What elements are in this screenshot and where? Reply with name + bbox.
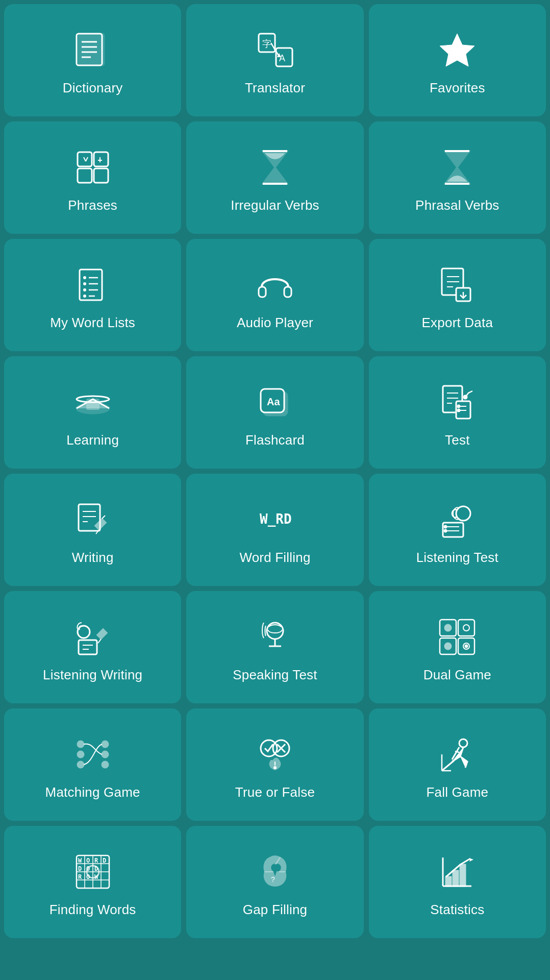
svg-text:W: W <box>78 857 82 864</box>
tile-fall-game[interactable]: Fall Game <box>369 708 546 821</box>
export-data-label: Export Data <box>422 315 493 331</box>
audio-player-icon <box>252 262 298 308</box>
test-icon <box>434 379 480 425</box>
svg-text:Aa: Aa <box>267 396 280 407</box>
svg-rect-125 <box>453 871 458 886</box>
svg-rect-15 <box>94 168 108 183</box>
gap-filling-icon: ? <box>252 849 298 895</box>
svg-point-98 <box>274 767 276 768</box>
tile-listening-writing[interactable]: Listening Writing <box>4 591 181 703</box>
svg-point-28 <box>83 295 86 298</box>
tile-gap-filling[interactable]: ? Gap Filling <box>186 826 363 938</box>
listening-writing-icon <box>70 614 116 660</box>
translator-label: Translator <box>245 80 305 96</box>
svg-line-100 <box>442 761 454 771</box>
tile-writing[interactable]: Writing <box>4 474 181 586</box>
matching-game-icon <box>70 731 116 777</box>
tile-flashcard[interactable]: Aa Flashcard <box>186 356 363 469</box>
svg-text:A: A <box>279 53 285 63</box>
tile-learning[interactable]: Learning <box>4 356 181 469</box>
svg-text:D: D <box>78 865 82 872</box>
fall-game-label: Fall Game <box>426 785 488 800</box>
phrases-label: Phrases <box>68 198 117 213</box>
svg-point-91 <box>78 762 84 768</box>
svg-text:?: ? <box>271 875 275 884</box>
tile-phrasal-verbs[interactable]: Phrasal Verbs <box>369 121 546 234</box>
tile-statistics[interactable]: Statistics <box>369 826 546 938</box>
svg-rect-124 <box>446 877 451 886</box>
statistics-icon <box>434 849 480 895</box>
dictionary-icon <box>70 27 116 73</box>
tile-speaking-test[interactable]: Speaking Test <box>186 591 363 703</box>
svg-point-89 <box>78 751 84 757</box>
svg-rect-33 <box>259 287 266 297</box>
svg-point-68 <box>444 526 446 528</box>
tile-phrases[interactable]: Phrases <box>4 121 181 234</box>
tile-favorites[interactable]: Favorites <box>369 4 546 116</box>
phrasal-verbs-icon <box>434 144 480 190</box>
word-filling-label: Word Filling <box>239 550 310 566</box>
favorites-label: Favorites <box>430 80 485 96</box>
finding-words-icon: W O R D D O D R O W <box>70 849 116 895</box>
my-word-lists-label: My Word Lists <box>50 315 135 331</box>
tile-audio-player[interactable]: Audio Player <box>186 239 363 351</box>
tile-my-word-lists[interactable]: My Word Lists <box>4 239 181 351</box>
finding-words-label: Finding Words <box>49 902 136 918</box>
svg-point-83 <box>463 625 469 631</box>
tile-translator[interactable]: 字 A Translator <box>186 4 363 116</box>
audio-player-label: Audio Player <box>237 315 313 331</box>
irregular-verbs-icon <box>252 144 298 190</box>
svg-text:D: D <box>103 857 106 864</box>
svg-point-90 <box>102 751 108 757</box>
writing-label: Writing <box>72 550 114 566</box>
tile-dictionary[interactable]: Dictionary <box>4 4 181 116</box>
phrases-icon <box>70 144 116 190</box>
listening-writing-label: Listening Writing <box>43 667 142 683</box>
svg-point-27 <box>83 288 86 291</box>
listening-test-label: Listening Test <box>416 550 498 566</box>
svg-point-64 <box>456 506 470 521</box>
svg-line-62 <box>102 516 105 519</box>
my-word-lists-icon <box>70 262 116 308</box>
tile-finding-words[interactable]: W O R D D O D R O W Finding Words <box>4 826 181 938</box>
word-filling-icon: W_RD <box>252 497 298 543</box>
true-or-false-label: True or False <box>235 785 315 800</box>
favorites-icon <box>434 27 480 73</box>
svg-point-88 <box>102 741 108 747</box>
tile-word-filling[interactable]: W_RD Word Filling <box>186 474 363 586</box>
tile-irregular-verbs[interactable]: Irregular Verbs <box>186 121 363 234</box>
svg-text:R: R <box>94 857 98 864</box>
svg-line-74 <box>98 639 101 643</box>
svg-point-26 <box>83 282 86 285</box>
svg-rect-0 <box>79 34 104 65</box>
speaking-test-label: Speaking Test <box>233 667 317 683</box>
svg-line-17 <box>86 157 88 161</box>
svg-line-16 <box>84 157 86 161</box>
tile-dual-game[interactable]: Dual Game <box>369 591 546 703</box>
test-label: Test <box>445 432 469 448</box>
flashcard-label: Flashcard <box>245 432 305 448</box>
writing-icon <box>70 497 116 543</box>
tile-test[interactable]: Test <box>369 356 546 469</box>
svg-point-92 <box>102 762 108 768</box>
tile-listening-test[interactable]: Listening Test <box>369 474 546 586</box>
export-data-icon <box>434 262 480 308</box>
dictionary-label: Dictionary <box>63 80 123 96</box>
learning-icon <box>70 379 116 425</box>
flashcard-icon: Aa <box>252 379 298 425</box>
tile-matching-game[interactable]: Matching Game <box>4 708 181 821</box>
tile-export-data[interactable]: Export Data <box>369 239 546 351</box>
svg-rect-126 <box>460 865 465 886</box>
true-or-false-icon <box>252 731 298 777</box>
tile-true-or-false[interactable]: True or False <box>186 708 363 821</box>
matching-game-label: Matching Game <box>45 785 140 800</box>
svg-point-55 <box>458 409 460 411</box>
svg-point-87 <box>78 741 84 747</box>
svg-marker-11 <box>440 34 474 66</box>
svg-point-56 <box>464 396 467 399</box>
svg-rect-42 <box>87 399 99 409</box>
svg-rect-34 <box>284 287 291 297</box>
svg-point-86 <box>465 645 467 647</box>
svg-rect-71 <box>79 640 97 654</box>
translator-icon: 字 A <box>252 27 298 73</box>
